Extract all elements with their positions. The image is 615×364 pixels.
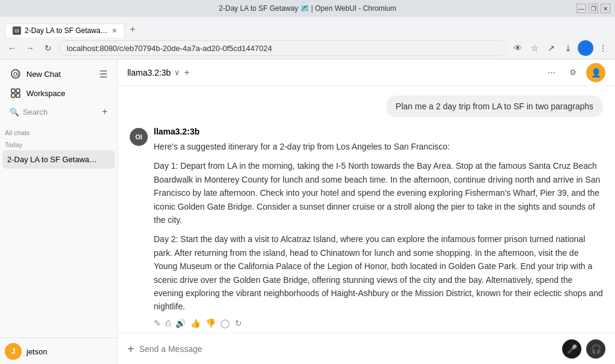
profile-button[interactable]: 👤 bbox=[578, 40, 593, 56]
chat-input[interactable] bbox=[139, 344, 557, 354]
all-chats-label: All chats bbox=[0, 126, 117, 138]
volume-action[interactable]: 🔊 bbox=[175, 318, 186, 328]
star-icon[interactable]: ☆ bbox=[527, 41, 542, 55]
new-search-button[interactable]: + bbox=[102, 106, 108, 117]
model-dropdown-button[interactable]: ∨ bbox=[174, 68, 180, 77]
address-input[interactable] bbox=[59, 40, 507, 56]
workspace-icon bbox=[10, 87, 22, 99]
tab-close-button[interactable]: ✕ bbox=[112, 27, 117, 35]
chat-messages: Plan me a 2 day trip from LA to SF in tw… bbox=[118, 86, 615, 333]
new-tab-button[interactable]: + bbox=[125, 22, 140, 37]
svg-rect-3 bbox=[16, 89, 20, 93]
more-options-button[interactable]: ⋯ bbox=[543, 64, 560, 81]
active-tab[interactable]: oi 2-Day LA to SF Getaway 🗺 ✕ bbox=[5, 23, 125, 37]
user-initials: J bbox=[11, 347, 16, 356]
edit-action[interactable]: ✎ bbox=[154, 318, 161, 328]
search-icon: 🔍 bbox=[10, 108, 19, 117]
chat-input-area: + 🎤 🎧 bbox=[118, 333, 615, 364]
user-message: Plan me a 2 day trip from LA to SF in tw… bbox=[130, 96, 603, 117]
new-chat-icon: oi bbox=[10, 68, 22, 80]
user-bubble: Plan me a 2 day trip from LA to SF in tw… bbox=[386, 96, 603, 117]
eye-icon[interactable]: 👁 bbox=[510, 41, 525, 55]
mic-icon: 🎤 bbox=[567, 344, 577, 354]
svg-text:oi: oi bbox=[13, 70, 19, 78]
search-bar[interactable]: 🔍 Search + bbox=[5, 103, 112, 121]
chat-list: All chats Today 2-Day LA to SF Getaway 🗺… bbox=[0, 126, 117, 338]
search-placeholder: Search bbox=[23, 108, 98, 117]
ai-avatar: OI bbox=[130, 128, 148, 146]
ai-para1: Day 1: Depart from LA in the morning, ta… bbox=[154, 159, 603, 226]
ai-text: Here's a suggested itinerary for a 2-day… bbox=[154, 140, 603, 314]
ai-message: OI llama3.2:3b Here's a suggested itiner… bbox=[130, 127, 603, 328]
user-avatar[interactable]: J bbox=[5, 343, 22, 360]
reload-button[interactable]: ↻ bbox=[41, 41, 55, 55]
thumbsdown-action[interactable]: 👎 bbox=[205, 318, 216, 328]
restore-button[interactable]: ❐ bbox=[589, 4, 598, 13]
share-icon[interactable]: ↗ bbox=[544, 41, 559, 55]
user-header-button[interactable]: 👤 bbox=[586, 63, 605, 82]
message-actions: ✎ ⎙ 🔊 👍 👎 ◯ ↻ bbox=[154, 318, 603, 328]
workspace-label: Workspace bbox=[26, 89, 65, 98]
mic-button[interactable]: 🎤 bbox=[562, 339, 581, 359]
chat-item-title: 2-Day LA to SF Getaway 🗺️ bbox=[7, 155, 100, 164]
sidebar: oi New Chat ☰ Workspace bbox=[0, 59, 118, 364]
ai-intro: Here's a suggested itinerary for a 2-day… bbox=[154, 140, 603, 153]
add-model-button[interactable]: + bbox=[184, 67, 189, 78]
attach-button[interactable]: + bbox=[127, 342, 135, 356]
workspace-button[interactable]: Workspace bbox=[5, 83, 112, 103]
model-name: llama3.2:3b bbox=[127, 68, 171, 77]
chat-item[interactable]: 2-Day LA to SF Getaway 🗺️ ⋯ bbox=[2, 150, 115, 169]
hamburger-icon[interactable]: ☰ bbox=[99, 68, 108, 80]
forward-button[interactable]: → bbox=[23, 41, 37, 55]
refresh-action[interactable]: ↻ bbox=[235, 318, 242, 328]
tab-favicon: oi bbox=[13, 26, 21, 35]
user-icon: 👤 bbox=[591, 68, 601, 77]
headphone-icon: 🎧 bbox=[591, 344, 601, 354]
headphone-button[interactable]: 🎧 bbox=[586, 339, 605, 359]
ai-name: llama3.2:3b bbox=[154, 127, 603, 136]
thumbsup-action[interactable]: 👍 bbox=[190, 318, 201, 328]
svg-rect-5 bbox=[16, 94, 20, 97]
svg-rect-2 bbox=[11, 89, 15, 93]
settings-button[interactable]: ⚙ bbox=[565, 64, 581, 81]
ai-avatar-text: OI bbox=[135, 133, 142, 141]
sidebar-user-area: J jetson bbox=[0, 338, 117, 364]
copy-action[interactable]: ⎙ bbox=[166, 318, 171, 328]
minimize-button[interactable]: — bbox=[577, 4, 586, 13]
new-chat-button[interactable]: oi New Chat ☰ bbox=[5, 64, 112, 83]
settings-icon: ⚙ bbox=[569, 68, 577, 77]
today-label: Today bbox=[0, 138, 117, 150]
user-message-text: Plan me a 2 day trip from LA to SF in tw… bbox=[396, 102, 593, 111]
more-options-icon: ⋯ bbox=[548, 68, 556, 77]
new-chat-label: New Chat bbox=[26, 70, 61, 79]
main-chat-area: llama3.2:3b ∨ + ⋯ ⚙ 👤 Plan me bbox=[118, 59, 615, 364]
download-icon[interactable]: ⤓ bbox=[561, 41, 575, 55]
tab-title: 2-Day LA to SF Getaway 🗺 bbox=[25, 26, 108, 35]
user-name: jetson bbox=[26, 347, 47, 356]
chat-header: llama3.2:3b ∨ + ⋯ ⚙ 👤 bbox=[118, 59, 615, 86]
ai-para2: Day 2: Start the day with a visit to Alc… bbox=[154, 232, 603, 313]
svg-rect-4 bbox=[11, 94, 15, 97]
browser-title: 2-Day LA to SF Getaway 🗺️ | Open WebUI -… bbox=[219, 4, 396, 13]
close-button[interactable]: ✕ bbox=[601, 4, 610, 13]
menu-button[interactable]: ⋮ bbox=[596, 41, 610, 55]
back-button[interactable]: ← bbox=[5, 41, 19, 55]
ai-content: llama3.2:3b Here's a suggested itinerary… bbox=[154, 127, 603, 328]
flag-action[interactable]: ◯ bbox=[220, 318, 230, 328]
